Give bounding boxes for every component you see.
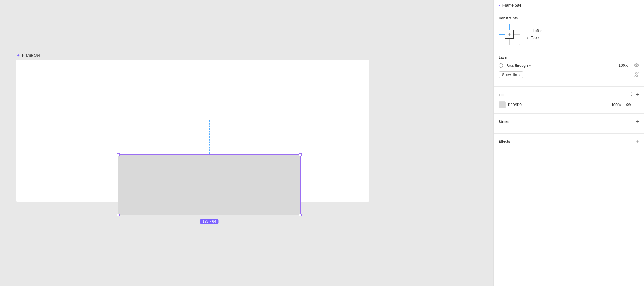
guide-v xyxy=(209,120,210,154)
effects-header-row: Effects + xyxy=(499,139,639,144)
effects-add-button[interactable]: + xyxy=(636,139,639,144)
effects-actions: + xyxy=(636,139,639,144)
constraint-h-chevron: ▾ xyxy=(540,29,542,33)
c-dash-bottom xyxy=(509,38,510,45)
constraints-title: Constraints xyxy=(499,16,639,20)
fill-add-button[interactable]: + xyxy=(636,92,639,98)
fill-title: Fill xyxy=(499,93,504,97)
constraints-plus: + xyxy=(508,32,511,37)
constraint-v-chevron: ▾ xyxy=(538,36,539,40)
unlink-icon[interactable] xyxy=(634,72,639,78)
constraints-layout: + ↔ Left ▾ ↕ Top ▾ xyxy=(499,24,639,45)
fill-opacity-value: 100% xyxy=(611,103,621,107)
fill-actions: ⠿ + xyxy=(629,92,639,98)
fill-section: Fill ⠿ + D9D9D9 100% − xyxy=(494,87,644,114)
dimension-label: 193 × 64 xyxy=(200,219,218,224)
layer-opacity: 100% xyxy=(619,63,628,68)
handle-tl[interactable] xyxy=(117,153,120,156)
constraints-box: + xyxy=(499,24,520,45)
effects-section: Effects + xyxy=(494,134,644,153)
layer-title: Layer xyxy=(499,55,639,59)
show-hints-button[interactable]: Show Hints xyxy=(499,71,523,78)
stroke-section: Stroke + xyxy=(494,114,644,134)
stroke-add-button[interactable]: + xyxy=(636,119,639,124)
c-line-top xyxy=(509,24,510,30)
fill-eye-icon[interactable] xyxy=(626,102,631,107)
stroke-actions: + xyxy=(636,119,639,124)
constraint-v-icon: ↕ xyxy=(526,36,528,40)
handle-br[interactable] xyxy=(299,214,302,216)
fill-remove-button[interactable]: − xyxy=(636,102,639,108)
stroke-title: Stroke xyxy=(499,120,509,123)
guide-h xyxy=(33,183,118,183)
fill-hex-value: D9D9D9 xyxy=(508,103,522,107)
stroke-header-row: Stroke + xyxy=(499,119,639,124)
fill-grid-icon[interactable]: ⠿ xyxy=(629,92,632,98)
blend-mode-chevron: ▾ xyxy=(529,64,531,67)
constraint-vertical-row: ↕ Top ▾ xyxy=(526,36,542,40)
constraints-inner-box: + xyxy=(505,30,514,39)
c-dash-right xyxy=(513,34,520,35)
constraint-h-icon: ↔ xyxy=(526,29,530,33)
effects-title: Effects xyxy=(499,140,510,143)
constraints-section: Constraints + ↔ Left ▾ xyxy=(494,11,644,50)
blend-mode-dropdown[interactable]: Pass through ▾ xyxy=(506,63,531,68)
handle-tr[interactable] xyxy=(299,153,302,156)
blend-mode-icon xyxy=(499,63,503,68)
c-line-left xyxy=(499,34,505,35)
handle-bl[interactable] xyxy=(117,214,120,216)
blend-mode-value: Pass through xyxy=(506,63,528,68)
constraints-dropdowns: ↔ Left ▾ ↕ Top ▾ xyxy=(526,29,542,40)
constraint-vertical-value: Top xyxy=(531,36,537,40)
selected-element[interactable]: 193 × 64 xyxy=(118,154,301,215)
frame-label: ✦ Frame 584 xyxy=(16,53,40,58)
canvas: ✦ Frame 584 193 × 64 xyxy=(0,0,493,286)
fill-header-row: Fill ⠿ + xyxy=(499,92,639,98)
eye-icon[interactable] xyxy=(634,63,639,68)
fill-row: D9D9D9 100% − xyxy=(499,101,639,108)
show-hints-row: Show Hints xyxy=(499,71,639,78)
right-panel: ◂ Frame 584 Constraints + ↔ Left xyxy=(493,0,644,286)
constraint-vertical-dropdown[interactable]: Top ▾ xyxy=(531,36,539,40)
frame-label-text: Frame 584 xyxy=(22,53,40,58)
constraint-horizontal-row: ↔ Left ▾ xyxy=(526,29,542,33)
panel-header: ◂ Frame 584 xyxy=(494,0,644,11)
fill-color-swatch[interactable] xyxy=(499,101,506,108)
constraint-horizontal-value: Left xyxy=(533,29,539,33)
layer-section: Layer Pass through ▾ 100% Show Hints xyxy=(494,50,644,87)
layer-blend-row: Pass through ▾ 100% xyxy=(499,63,639,68)
constraint-horizontal-dropdown[interactable]: Left ▾ xyxy=(533,29,542,33)
panel-chevron-icon: ◂ xyxy=(499,3,500,8)
frame-container: 193 × 64 xyxy=(16,60,369,202)
frame-icon: ✦ xyxy=(16,53,20,58)
panel-frame-name: Frame 584 xyxy=(502,3,521,8)
